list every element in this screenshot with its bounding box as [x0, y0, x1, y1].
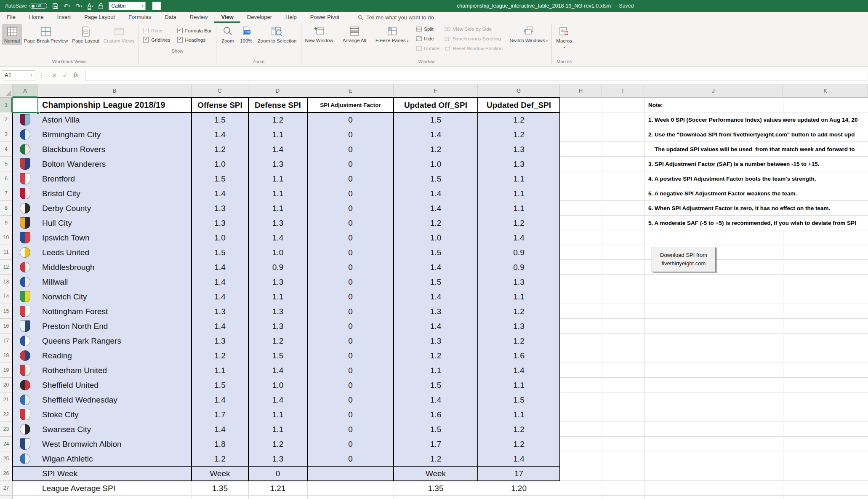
autosave-toggle[interactable]: AutoSave Off	[5, 3, 47, 9]
svg-text:*: *	[389, 26, 390, 30]
tab-developer[interactable]: Developer	[240, 12, 279, 23]
group-macros: Macros▾ Macros	[552, 23, 576, 66]
arrange-all-button[interactable]: Arrange All	[341, 24, 368, 45]
tab-home[interactable]: Home	[22, 12, 51, 23]
row-header-20[interactable]: 20	[0, 378, 12, 392]
column-header-k[interactable]: K	[783, 84, 868, 97]
tab-view[interactable]: View	[214, 12, 240, 23]
custom-views-button[interactable]: Custom Views	[101, 24, 136, 45]
headings-checkbox[interactable]: Headings	[177, 37, 212, 43]
column-header-g[interactable]: G	[478, 84, 560, 97]
row-header-2[interactable]: 2	[0, 112, 12, 127]
new-window-button[interactable]: New Window	[303, 24, 335, 45]
tell-me-box[interactable]: Tell me what you want to do	[358, 12, 434, 23]
column-header-b[interactable]: B	[38, 84, 192, 97]
cancel-entry-icon[interactable]: ✕	[52, 72, 57, 79]
row-header-4[interactable]: 4	[0, 142, 12, 157]
split-icon	[415, 26, 422, 32]
normal-view-button[interactable]: Normal	[2, 24, 22, 45]
tab-formulas[interactable]: Formulas	[122, 12, 158, 23]
tab-review[interactable]: Review	[183, 12, 215, 23]
column-header-e[interactable]: E	[307, 84, 394, 97]
row-number-gutter: 1234567891011121314151617181920212223242…	[0, 98, 13, 499]
confirm-entry-icon[interactable]: ✓	[63, 72, 68, 79]
macros-button[interactable]: Macros▾	[554, 24, 574, 51]
font-size-dropdown[interactable]: ▾	[152, 2, 161, 10]
row-header-23[interactable]: 23	[0, 422, 12, 437]
fill-handle[interactable]	[37, 111, 40, 114]
row-header-1[interactable]: 1	[0, 98, 12, 112]
row-header-10[interactable]: 10	[0, 230, 12, 245]
row-header-14[interactable]: 14	[0, 289, 12, 304]
insert-function-icon[interactable]: fx	[73, 72, 78, 79]
row-header-11[interactable]: 11	[0, 245, 12, 260]
synchronous-scrolling-button[interactable]: Synchronous Scrolling	[445, 35, 503, 42]
row-header-9[interactable]: 9	[0, 216, 12, 230]
tab-insert[interactable]: Insert	[51, 12, 78, 23]
formula-input[interactable]	[85, 70, 867, 81]
gridlines-checkbox[interactable]: Gridlines	[143, 37, 170, 43]
split-button[interactable]: Split	[415, 25, 439, 32]
row-header-18[interactable]: 18	[0, 348, 12, 363]
row-header-16[interactable]: 16	[0, 319, 12, 334]
zoom-100-button[interactable]: 100 100%	[237, 24, 256, 45]
freeze-panes-button[interactable]: * Freeze Panes ▾	[373, 24, 410, 45]
league-average-label-cell[interactable]: League Average SPI	[42, 481, 189, 496]
unhide-button[interactable]: Unhide	[415, 45, 439, 52]
row-header-24[interactable]: 24	[0, 437, 12, 451]
redo-button[interactable]: ↷▾	[75, 3, 82, 9]
row-header-3[interactable]: 3	[0, 127, 12, 142]
league-average-updated-def-cell[interactable]: 1.20	[478, 481, 560, 496]
column-header-a[interactable]: A	[13, 84, 38, 97]
zoom-button[interactable]: Zoom	[218, 24, 237, 45]
row-header-22[interactable]: 22	[0, 407, 12, 422]
name-box[interactable]: A1 ▾	[2, 70, 35, 80]
row-header-15[interactable]: 15	[0, 304, 12, 319]
league-average-updated-off-cell[interactable]: 1.35	[394, 481, 478, 496]
tab-data[interactable]: Data	[158, 12, 183, 23]
column-header-c[interactable]: C	[192, 84, 248, 97]
column-header-d[interactable]: D	[248, 84, 307, 97]
row-header-5[interactable]: 5	[0, 157, 12, 171]
worksheet: ABCDEFGHIJK 1234567891011121314151617181…	[0, 84, 868, 499]
column-header-i[interactable]: I	[602, 84, 644, 97]
save-icon[interactable]	[52, 3, 59, 9]
column-header-f[interactable]: F	[394, 84, 478, 97]
row-header-25[interactable]: 25	[0, 451, 12, 466]
row-header-27[interactable]: 27	[0, 481, 12, 496]
view-side-by-side-button[interactable]: View Side by Side	[445, 25, 503, 32]
reset-window-position-button[interactable]: Reset Window Position	[445, 45, 503, 52]
font-color-button[interactable]: A▾	[88, 3, 93, 10]
row-header-26[interactable]: 26	[0, 466, 12, 481]
row-header-17[interactable]: 17	[0, 334, 12, 348]
column-header-j[interactable]: J	[644, 84, 783, 97]
formula-bar-checkbox[interactable]: Formula Bar	[177, 28, 212, 33]
tab-power-pivot[interactable]: Power Pivot	[304, 12, 346, 23]
row-header-13[interactable]: 13	[0, 275, 12, 289]
tab-help[interactable]: Help	[279, 12, 304, 23]
row-header-8[interactable]: 8	[0, 201, 12, 216]
undo-button[interactable]: ↶▾	[64, 3, 70, 9]
row-header-12[interactable]: 12	[0, 260, 12, 275]
download-spi-button[interactable]: Download SPI from fivethirtyeight.com	[652, 247, 716, 272]
font-name-combo[interactable]: Calibri ▾	[109, 2, 146, 10]
league-average-offense-cell[interactable]: 1.35	[192, 481, 248, 496]
table-column-border	[307, 98, 308, 481]
switch-windows-button[interactable]: Switch Windows ▾	[508, 24, 550, 45]
page-layout-view-button[interactable]: Page Layout	[70, 24, 101, 45]
row-header-6[interactable]: 6	[0, 171, 12, 186]
ruler-checkbox[interactable]: Ruler	[143, 28, 170, 33]
page-break-preview-button[interactable]: Page Break Preview	[22, 24, 70, 45]
column-header-h[interactable]: H	[560, 84, 602, 97]
row-header-19[interactable]: 19	[0, 363, 12, 378]
selected-cell-a1[interactable]	[12, 97, 38, 113]
row-header-21[interactable]: 21	[0, 392, 12, 407]
tab-page-layout[interactable]: Page Layout	[77, 12, 122, 23]
select-all-corner[interactable]	[0, 84, 13, 97]
league-average-defense-cell[interactable]: 1.21	[248, 481, 307, 496]
tab-file[interactable]: File	[0, 12, 22, 23]
zoom-to-selection-button[interactable]: Zoom to Selection	[256, 24, 299, 45]
hide-button[interactable]: Hide	[415, 35, 439, 42]
view-side-by-side-icon	[445, 26, 451, 32]
row-header-7[interactable]: 7	[0, 186, 12, 201]
